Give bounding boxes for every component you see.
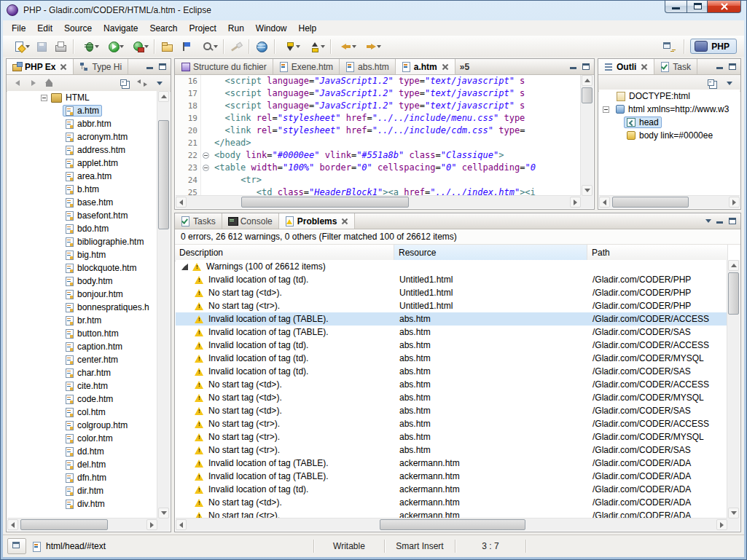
tree-item-br-htm[interactable]: br.htm xyxy=(7,314,157,327)
scrollbar-thumb[interactable] xyxy=(158,120,169,229)
scroll-down-button[interactable] xyxy=(158,508,169,518)
next-annotation-button[interactable] xyxy=(278,39,302,55)
tab-outline[interactable]: Outli xyxy=(598,59,654,74)
scrollbar-thumb[interactable] xyxy=(612,197,689,208)
scroll-right-button[interactable] xyxy=(146,519,157,530)
minimize-view-icon[interactable] xyxy=(716,218,724,224)
scroll-up-button[interactable] xyxy=(582,75,592,86)
editor-tab-a-htm[interactable]: a.htm xyxy=(396,59,455,74)
scrollbar-thumb[interactable] xyxy=(380,519,525,530)
collapse-all-button[interactable] xyxy=(117,76,133,90)
add-bookmark-button[interactable] xyxy=(177,39,195,55)
menu-source[interactable]: Source xyxy=(58,22,98,35)
open-perspective-button[interactable] xyxy=(660,39,677,55)
menu-window[interactable]: Window xyxy=(250,22,293,35)
tree-item-b-htm[interactable]: b.htm xyxy=(7,183,157,196)
explorer-vertical-scrollbar[interactable] xyxy=(157,91,170,518)
scrollbar-thumb[interactable] xyxy=(20,519,108,530)
save-button[interactable] xyxy=(33,39,50,55)
collapse-fold-icon[interactable] xyxy=(203,152,209,159)
tree-item-bdo-htm[interactable]: bdo.htm xyxy=(7,222,157,235)
editor-horizontal-scrollbar[interactable] xyxy=(176,195,581,208)
close-tab-icon[interactable] xyxy=(641,63,648,70)
outline-item-html[interactable]: html xmlns=http://www.w3 xyxy=(599,103,740,116)
editor-tab-exene-htm[interactable]: Exene.htm xyxy=(273,59,340,74)
tree-item-basefont-htm[interactable]: basefont.htm xyxy=(7,209,157,222)
tree-item-a-htm[interactable]: a.htm xyxy=(7,104,157,117)
search-button[interactable] xyxy=(196,39,219,55)
tree-root-html[interactable]: HTML xyxy=(7,91,157,104)
fold-marker[interactable] xyxy=(200,162,211,174)
scroll-up-button[interactable] xyxy=(728,260,739,271)
scroll-right-button[interactable] xyxy=(729,197,740,208)
scroll-down-button[interactable] xyxy=(728,508,739,518)
menu-run[interactable]: Run xyxy=(222,22,250,35)
close-tab-icon[interactable] xyxy=(342,218,348,224)
tab-tasks[interactable]: Task xyxy=(654,59,697,74)
scroll-up-button[interactable] xyxy=(158,91,169,102)
previous-annotation-button[interactable] xyxy=(303,39,326,55)
maximize-view-icon[interactable] xyxy=(159,63,166,70)
collapse-fold-icon[interactable] xyxy=(203,165,209,171)
external-tools-button[interactable] xyxy=(127,39,150,55)
tree-item-blockquote-htm[interactable]: blockquote.htm xyxy=(7,261,157,275)
menu-file[interactable]: File xyxy=(6,22,31,35)
debug-button[interactable] xyxy=(77,39,101,55)
tree-item-applet-htm[interactable]: applet.htm xyxy=(7,157,157,170)
expander-icon[interactable] xyxy=(603,106,609,113)
scroll-down-button[interactable] xyxy=(582,185,592,196)
scroll-left-button[interactable] xyxy=(7,519,18,530)
close-tab-icon[interactable] xyxy=(442,63,449,70)
problem-row-10[interactable]: No start tag (<td>).abs.htm/Gladir.com/C… xyxy=(176,404,727,417)
editor-tab-structure-du-fichier[interactable]: Structure du fichier xyxy=(175,59,273,74)
forward-button[interactable] xyxy=(26,76,42,90)
tree-item-color-htm[interactable]: color.htm xyxy=(7,432,157,445)
tree-item-center-htm[interactable]: center.htm xyxy=(7,353,157,366)
explorer-tree[interactable]: HTMLa.htmabbr.htmacronym.htmaddress.htma… xyxy=(7,91,157,518)
tree-item-cite-htm[interactable]: cite.htm xyxy=(7,379,157,393)
editor-tab-overflow[interactable]: »5 xyxy=(455,59,474,74)
close-button[interactable] xyxy=(708,0,741,13)
print-button[interactable] xyxy=(52,39,69,55)
tab-tasks[interactable]: Tasks xyxy=(175,213,222,229)
back-button[interactable] xyxy=(335,39,358,55)
problems-rows[interactable]: Warnings (100 of 26612 items)Invalid loc… xyxy=(176,260,727,518)
tab-problems[interactable]: Problems xyxy=(279,213,356,229)
close-tab-icon[interactable] xyxy=(60,63,67,70)
tab-console[interactable]: Console xyxy=(222,213,279,229)
tab-type-hierarchy[interactable]: Type Hi xyxy=(74,59,128,74)
problem-row-2[interactable]: No start tag (<tr>).Untitled1.html/Gladi… xyxy=(176,299,727,312)
scrollbar-thumb[interactable] xyxy=(582,87,592,103)
outline-item-doctype[interactable]: DOCTYPE:html xyxy=(599,90,740,103)
tree-item-acronym-htm[interactable]: acronym.htm xyxy=(7,130,157,143)
problem-row-12[interactable]: No start tag (<tr>).abs.htm/Gladir.com/C… xyxy=(176,430,727,443)
problem-row-7[interactable]: Invalid location of tag (td).abs.htm/Gla… xyxy=(176,365,727,378)
expander-icon[interactable] xyxy=(41,95,47,101)
tree-item-dd-htm[interactable]: dd.htm xyxy=(7,445,157,458)
scroll-left-button[interactable] xyxy=(599,197,610,208)
fold-marker[interactable] xyxy=(200,149,211,162)
format-button[interactable] xyxy=(227,39,245,55)
problem-row-0[interactable]: Invalid location of tag (td).Untitled1.h… xyxy=(176,273,727,286)
problem-row-16[interactable]: Invalid location of tag (td).ackermann.h… xyxy=(176,483,727,496)
tree-item-button-htm[interactable]: button.htm xyxy=(7,327,157,340)
menu-help[interactable]: Help xyxy=(293,22,323,35)
column-resource[interactable]: Resource xyxy=(394,245,587,261)
problems-vertical-scrollbar[interactable] xyxy=(727,260,740,518)
menu-project[interactable]: Project xyxy=(183,22,222,35)
problem-row-11[interactable]: No start tag (<tr>).abs.htm/Gladir.com/C… xyxy=(176,417,727,430)
column-description[interactable]: Description xyxy=(175,245,394,261)
tree-item-area-htm[interactable]: area.htm xyxy=(7,170,157,183)
problems-group-row[interactable]: Warnings (100 of 26612 items) xyxy=(176,260,727,273)
scroll-right-button[interactable] xyxy=(716,519,727,530)
problem-row-5[interactable]: Invalid location of tag (td).abs.htm/Gla… xyxy=(176,339,727,352)
maximize-button[interactable] xyxy=(687,0,708,13)
tree-item-body-htm[interactable]: body.htm xyxy=(7,275,157,288)
outline-item-head[interactable]: head xyxy=(599,116,740,129)
maximize-view-icon[interactable] xyxy=(582,63,590,70)
problem-row-15[interactable]: Invalid location of tag (TABLE).ackerman… xyxy=(176,470,727,483)
tree-item-dir-htm[interactable]: dir.htm xyxy=(7,484,157,497)
minimize-view-icon[interactable] xyxy=(146,63,154,70)
tree-item-code-htm[interactable]: code.htm xyxy=(7,393,157,406)
scroll-left-button[interactable] xyxy=(176,197,187,208)
